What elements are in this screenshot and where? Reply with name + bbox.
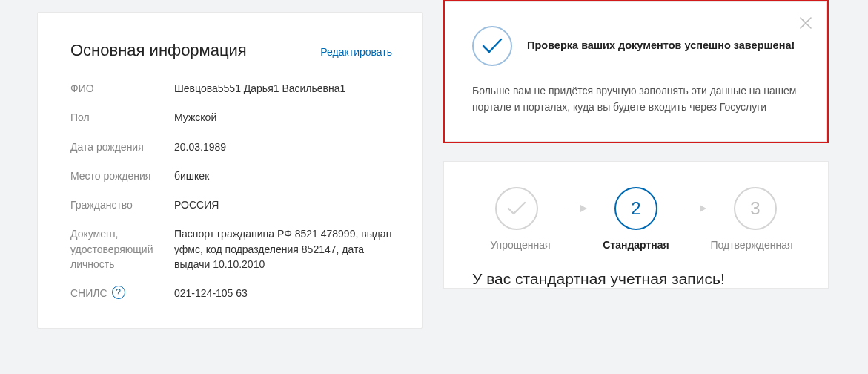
row-snils: СНИЛС ? 021-124-105 63	[70, 286, 392, 301]
row-fio: ФИО Шевцова5551 Дарья1 Васильевна1	[70, 81, 392, 96]
value-snils: 021-124-105 63	[174, 286, 248, 301]
value-citizenship: РОССИЯ	[174, 197, 219, 212]
label-gender: Пол	[70, 110, 174, 125]
step-3-label: Подтвержденная	[703, 239, 800, 251]
account-status-title: У вас стандартная учетная запись!	[472, 270, 800, 288]
label-pob: Место рождения	[70, 168, 174, 183]
value-document: Паспорт гражданина РФ 8521 478999, выдан…	[174, 226, 392, 272]
row-citizenship: Гражданство РОССИЯ	[70, 197, 392, 212]
row-pob: Место рождения бишкек	[70, 168, 392, 183]
row-dob: Дата рождения 20.03.1989	[70, 140, 392, 154]
main-info-card: Основная информация Редактировать ФИО Ше…	[37, 12, 423, 329]
step-1	[472, 187, 561, 230]
edit-link[interactable]: Редактировать	[320, 46, 392, 58]
step-2-circle: 2	[614, 187, 657, 230]
close-icon[interactable]	[798, 16, 813, 30]
steps-card: 2 3 Упрощенная Стандартная Подтвержденна…	[443, 161, 829, 289]
card-title: Основная информация	[70, 41, 247, 60]
value-dob: 20.03.1989	[174, 140, 226, 154]
notice-highlight: Проверка ваших документов успешно заверш…	[443, 0, 829, 143]
label-snils-text: СНИЛС	[70, 286, 107, 301]
row-gender: Пол Мужской	[70, 110, 392, 125]
label-document: Документ, удостоверяющий личность	[70, 226, 174, 272]
notice-body: Больше вам не придётся вручную заполнять…	[472, 82, 800, 116]
step-2-label: Стандартная	[588, 239, 684, 251]
step-2: 2	[592, 187, 680, 230]
value-fio: Шевцова5551 Дарья1 Васильевна1	[174, 81, 345, 96]
arrow-icon	[685, 208, 706, 209]
label-dob: Дата рождения	[70, 140, 174, 154]
value-pob: бишкек	[174, 168, 209, 183]
check-icon	[472, 26, 512, 66]
label-snils: СНИЛС ?	[70, 286, 174, 301]
notice-card: Проверка ваших документов успешно заверш…	[445, 1, 827, 142]
row-document: Документ, удостоверяющий личность Паспор…	[70, 226, 392, 272]
label-citizenship: Гражданство	[70, 197, 174, 212]
notice-title: Проверка ваших документов успешно заверш…	[527, 38, 795, 54]
label-fio: ФИО	[70, 81, 174, 96]
value-gender: Мужской	[174, 110, 216, 125]
step-1-circle	[495, 187, 538, 230]
step-3: 3	[711, 187, 800, 230]
step-1-label: Упрощенная	[472, 239, 569, 251]
help-icon[interactable]: ?	[112, 286, 125, 299]
step-3-circle: 3	[734, 187, 777, 230]
arrow-icon	[566, 208, 587, 209]
